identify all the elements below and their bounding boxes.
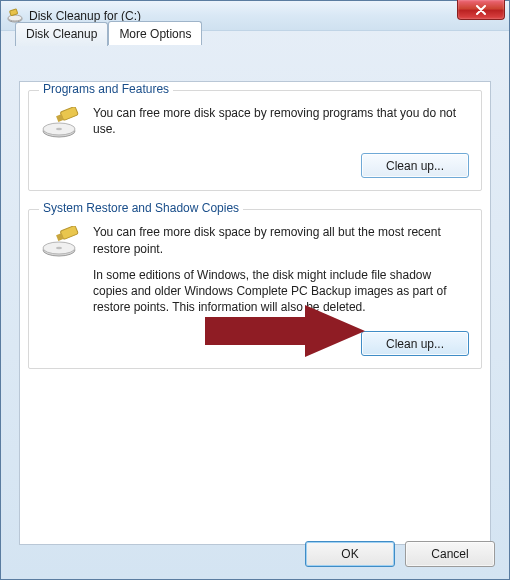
group-system-restore: System Restore and Shadow Copies	[28, 209, 482, 369]
svg-point-1	[8, 15, 22, 21]
restore-description-1: You can free more disk space by removing…	[93, 224, 469, 256]
svg-marker-13	[205, 305, 365, 357]
tab-panel-more-options: Programs and Features	[19, 81, 491, 545]
svg-point-5	[56, 128, 62, 130]
group-programs-features: Programs and Features	[28, 90, 482, 191]
annotation-arrow-icon	[205, 305, 365, 360]
close-button[interactable]	[457, 0, 505, 20]
drive-brush-icon	[41, 224, 81, 325]
programs-description: You can free more disk space by removing…	[93, 105, 469, 137]
dialog-window: Disk Cleanup for (C:) Disk Cleanup More …	[0, 0, 510, 580]
ok-button[interactable]: OK	[305, 541, 395, 567]
group-title-programs: Programs and Features	[39, 82, 173, 96]
dialog-button-row: OK Cancel	[305, 541, 495, 567]
programs-text: You can free more disk space by removing…	[93, 105, 469, 147]
group-title-restore: System Restore and Shadow Copies	[39, 201, 243, 215]
tabstrip: Disk Cleanup More Options	[15, 21, 202, 45]
tab-container: Disk Cleanup More Options Programs and F…	[9, 43, 501, 555]
cancel-button[interactable]: Cancel	[405, 541, 495, 567]
svg-point-10	[56, 247, 62, 249]
cleanup-programs-button[interactable]: Clean up...	[361, 153, 469, 178]
close-icon	[475, 5, 487, 15]
tab-disk-cleanup[interactable]: Disk Cleanup	[15, 22, 108, 46]
drive-brush-icon	[41, 105, 81, 147]
tab-more-options[interactable]: More Options	[108, 21, 202, 45]
cleanup-restore-button[interactable]: Clean up...	[361, 331, 469, 356]
